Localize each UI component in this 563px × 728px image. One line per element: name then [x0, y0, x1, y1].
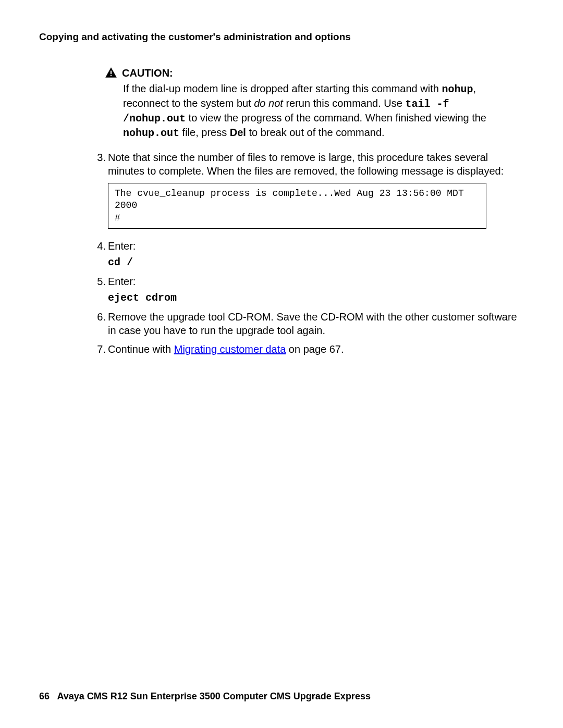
- step-text: Enter:: [108, 240, 136, 252]
- caution-text: to break out of the command.: [246, 127, 385, 138]
- caution-block: CAUTION: If the dial-up modem line is dr…: [104, 66, 508, 140]
- step-number: 3.: [91, 151, 106, 234]
- migrating-customer-data-link[interactable]: Migrating customer data: [174, 343, 286, 355]
- step-number: 4.: [91, 239, 106, 269]
- caution-text: file, press: [179, 127, 230, 138]
- caution-key: Del: [230, 127, 246, 138]
- svg-rect-0: [111, 71, 112, 75]
- step-text: Remove the upgrade tool CD-ROM. Save the…: [108, 311, 517, 336]
- caution-label: CAUTION:: [122, 67, 173, 79]
- step-item: 4. Enter: cd /: [91, 239, 524, 269]
- step-number: 7.: [91, 342, 106, 356]
- document-page: Copying and activating the customer's ad…: [0, 0, 563, 728]
- step-item: 3. Note that since the number of files t…: [91, 151, 524, 234]
- step-item: 6. Remove the upgrade tool CD-ROM. Save …: [91, 310, 524, 337]
- step-command: eject cdrom: [108, 291, 524, 305]
- code-output: The cvue_cleanup process is complete...W…: [108, 183, 486, 229]
- step-number: 5.: [91, 275, 106, 305]
- caution-body: If the dial-up modem line is dropped aft…: [123, 82, 508, 140]
- footer-title: Avaya CMS R12 Sun Enterprise 3500 Comput…: [57, 691, 371, 701]
- warning-icon: [104, 66, 118, 80]
- caution-text: rerun this command. Use: [283, 97, 406, 109]
- caution-header: CAUTION:: [104, 66, 508, 80]
- caution-text: If the dial-up modem line is dropped aft…: [123, 83, 442, 94]
- step-text: Enter:: [108, 276, 136, 287]
- step-item: 5. Enter: eject cdrom: [91, 275, 524, 305]
- step-number: 6.: [91, 310, 106, 337]
- svg-rect-1: [111, 75, 112, 76]
- step-text: Continue with: [108, 343, 174, 355]
- step-text: Note that since the number of files to r…: [108, 152, 504, 177]
- step-text: on page 67.: [286, 343, 344, 355]
- caution-cmd: nohup.out: [123, 127, 179, 139]
- step-list: 3. Note that since the number of files t…: [91, 151, 524, 356]
- step-item: 7. Continue with Migrating customer data…: [91, 342, 524, 356]
- page-header: Copying and activating the customer's ad…: [39, 31, 524, 43]
- caution-em: do not: [254, 97, 283, 109]
- caution-cmd: nohup: [442, 83, 473, 95]
- page-footer: 66 Avaya CMS R12 Sun Enterprise 3500 Com…: [39, 691, 371, 702]
- caution-text: to view the progress of the command. Whe…: [186, 112, 486, 124]
- step-command: cd /: [108, 256, 524, 269]
- page-number: 66: [39, 691, 50, 701]
